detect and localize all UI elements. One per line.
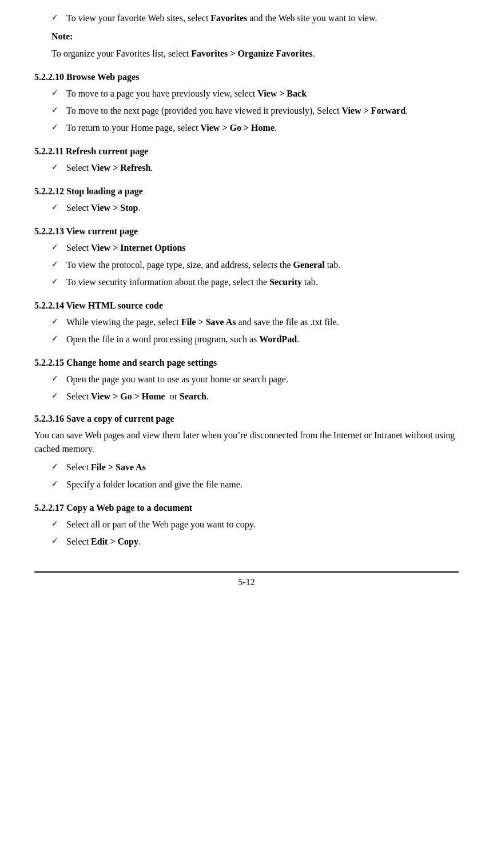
checkmark-icon: ✓ xyxy=(51,536,58,546)
bullet-text-5-2-2-10-1: To move to a page you have previously vi… xyxy=(66,87,459,101)
view-go-home-bold: View > Go > Home xyxy=(200,123,275,133)
section-5-2-3-16: 5.2.3.16 Save a copy of current page You… xyxy=(34,414,459,491)
checkmark-icon: ✓ xyxy=(51,334,58,343)
view-forward-bold: View > Forward xyxy=(341,106,405,115)
bullet-text-5-2-2-13-1: Select View > Internet Options xyxy=(66,241,459,255)
bullet-5-2-2-15-1: ✓ Open the page you want to use as your … xyxy=(34,373,459,386)
bullet-text-5-2-2-10-2: To move to the next page (provided you h… xyxy=(66,104,459,118)
bullet-text-5-2-2-13-2: To view the protocol, page type, size, a… xyxy=(66,258,459,272)
heading-5-2-3-16: 5.2.3.16 Save a copy of current page xyxy=(34,414,459,424)
organize-favorites-bold: Favorites > Organize Favorites xyxy=(191,49,312,58)
security-tab-bold: Security xyxy=(269,277,302,287)
bullet-text-5-2-2-14-2: Open the file in a word processing progr… xyxy=(66,333,459,346)
note-text: To organize your Favorites list, select … xyxy=(51,47,459,61)
general-tab-bold: General xyxy=(293,260,325,270)
favorites-bold: Favorites xyxy=(210,13,247,23)
bullet-text-5-2-3-16-1: Select File > Save As xyxy=(66,461,459,474)
section-5-2-3-16-intro: You can save Web pages and view them lat… xyxy=(34,429,459,456)
bullet-5-2-2-14-1: ✓ While viewing the page, select File > … xyxy=(34,315,459,329)
bullet-text-5-2-2-14-1: While viewing the page, select File > Sa… xyxy=(66,315,459,329)
view-internet-options-bold: View > Internet Options xyxy=(91,243,185,253)
section-5-2-2-10: 5.2.2.10 Browse Web pages ✓ To move to a… xyxy=(34,72,459,135)
bullet-5-2-2-11-1: ✓ Select View > Refresh. xyxy=(34,161,459,175)
heading-5-2-2-17: 5.2.2.17 Copy a Web page to a document xyxy=(34,503,459,513)
bullet-5-2-2-17-1: ✓ Select all or part of the Web page you… xyxy=(34,518,459,531)
checkmark-icon: ✓ xyxy=(51,317,58,326)
heading-5-2-2-15: 5.2.2.15 Change home and search page set… xyxy=(34,358,459,368)
bullet-text-5-2-2-13-3: To view security information about the p… xyxy=(66,275,459,289)
section-5-2-2-14: 5.2.2.14 View HTML source code ✓ While v… xyxy=(34,301,459,346)
bullet-5-2-2-13-2: ✓ To view the protocol, page type, size,… xyxy=(34,258,459,272)
checkmark-icon: ✓ xyxy=(51,122,58,132)
note-label: Note: xyxy=(51,31,73,41)
bullet-5-2-2-13-3: ✓ To view security information about the… xyxy=(34,275,459,289)
section-5-2-2-11: 5.2.2.11 Refresh current page ✓ Select V… xyxy=(34,146,459,175)
heading-5-2-2-10: 5.2.2.10 Browse Web pages xyxy=(34,72,459,82)
checkmark-icon: ✓ xyxy=(51,242,58,252)
checkmark-icon: ✓ xyxy=(51,391,58,401)
bullet-5-2-2-14-2: ✓ Open the file in a word processing pro… xyxy=(34,333,459,346)
checkmark-icon: ✓ xyxy=(51,105,58,115)
section-5-2-2-17: 5.2.2.17 Copy a Web page to a document ✓… xyxy=(34,503,459,549)
bullet-5-2-3-16-1: ✓ Select File > Save As xyxy=(34,461,459,474)
page-number: 5-12 xyxy=(238,577,255,587)
view-refresh-bold: View > Refresh xyxy=(91,163,150,173)
bullet-5-2-2-12-1: ✓ Select View > Stop. xyxy=(34,201,459,215)
heading-5-2-2-14: 5.2.2.14 View HTML source code xyxy=(34,301,459,311)
heading-5-2-2-12: 5.2.2.12 Stop loading a page xyxy=(34,186,459,197)
edit-copy-bold: Edit > Copy xyxy=(91,537,138,546)
bullet-text-5-2-2-10-3: To return to your Home page, select View… xyxy=(66,121,459,135)
bullet-5-2-2-15-2: ✓ Select View > Go > Home or Search. xyxy=(34,390,459,403)
file-save-as-2-bold: File > Save As xyxy=(91,462,146,472)
bullet-text-5-2-2-15-2: Select View > Go > Home or Search. xyxy=(66,390,459,403)
bullet-text-5-2-2-11-1: Select View > Refresh. xyxy=(66,161,459,175)
view-stop-bold: View > Stop xyxy=(91,203,138,213)
checkmark-icon: ✓ xyxy=(51,13,58,22)
file-save-as-bold: File > Save As xyxy=(181,317,236,327)
bullet-text-5-2-3-16-2: Specify a folder location and give the f… xyxy=(66,478,459,491)
bullet-text-5-2-2-17-2: Select Edit > Copy. xyxy=(66,535,459,549)
checkmark-icon: ✓ xyxy=(51,519,58,529)
checkmark-icon: ✓ xyxy=(51,259,58,269)
checkmark-icon: ✓ xyxy=(51,202,58,212)
bullet-5-2-2-10-1: ✓ To move to a page you have previously … xyxy=(34,87,459,101)
view-back-bold: View > Back xyxy=(257,89,307,98)
bullet-5-2-2-10-2: ✓ To move to the next page (provided you… xyxy=(34,104,459,118)
bullet-text-5-2-2-15-1: Open the page you want to use as your ho… xyxy=(66,373,459,386)
bullet-5-2-3-16-2: ✓ Specify a folder location and give the… xyxy=(34,478,459,491)
view-go-home-2-bold: View > Go > Home xyxy=(91,391,165,401)
checkmark-icon: ✓ xyxy=(51,162,58,172)
bullet-text-5-2-2-17-1: Select all or part of the Web page you w… xyxy=(66,518,459,531)
section-5-2-2-12: 5.2.2.12 Stop loading a page ✓ Select Vi… xyxy=(34,186,459,215)
page-footer: 5-12 xyxy=(34,571,459,587)
search-bold: Search xyxy=(180,391,206,401)
checkmark-icon: ✓ xyxy=(51,374,58,383)
checkmark-icon: ✓ xyxy=(51,462,58,471)
bullet-5-2-2-13-1: ✓ Select View > Internet Options xyxy=(34,241,459,255)
heading-5-2-2-13: 5.2.2.13 View current page xyxy=(34,226,459,237)
bullet-5-2-2-10-3: ✓ To return to your Home page, select Vi… xyxy=(34,121,459,135)
section-5-2-2-13: 5.2.2.13 View current page ✓ Select View… xyxy=(34,226,459,289)
checkmark-icon: ✓ xyxy=(51,88,58,98)
heading-5-2-2-11: 5.2.2.11 Refresh current page xyxy=(34,146,459,157)
intro-bullet-text: To view your favorite Web sites, select … xyxy=(66,11,459,25)
bullet-5-2-2-17-2: ✓ Select Edit > Copy. xyxy=(34,535,459,549)
checkmark-icon: ✓ xyxy=(51,479,58,489)
bullet-text-5-2-2-12-1: Select View > Stop. xyxy=(66,201,459,215)
checkmark-icon: ✓ xyxy=(51,277,58,286)
main-content: ✓ To view your favorite Web sites, selec… xyxy=(34,11,459,587)
note-block: Note: To organize your Favorites list, s… xyxy=(34,30,459,61)
wordpad-bold: WordPad xyxy=(259,334,297,344)
section-5-2-2-15: 5.2.2.15 Change home and search page set… xyxy=(34,358,459,403)
intro-bullet: ✓ To view your favorite Web sites, selec… xyxy=(34,11,459,25)
note-paragraph: Note: xyxy=(51,30,459,43)
